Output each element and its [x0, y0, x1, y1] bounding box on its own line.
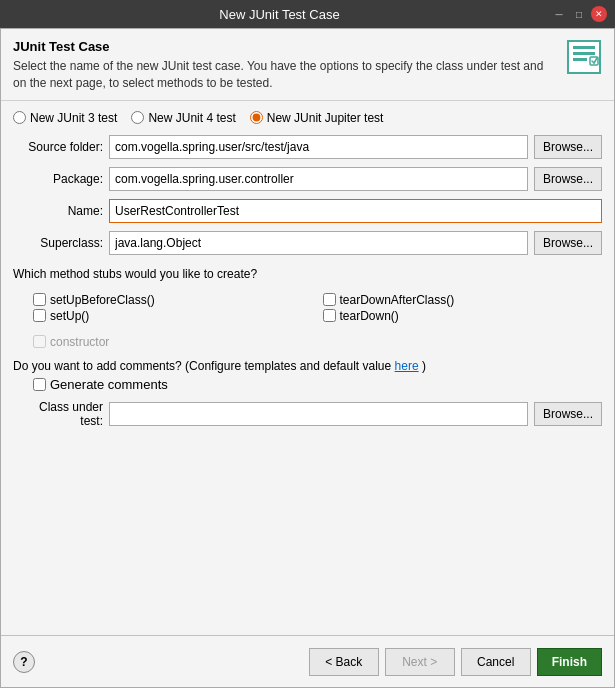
method-stubs-label: Which method stubs would you like to cre… — [13, 267, 602, 281]
tear-down-after-class-checkbox[interactable] — [323, 293, 336, 306]
source-folder-browse-button[interactable]: Browse... — [534, 135, 602, 159]
source-folder-input[interactable] — [109, 135, 528, 159]
junit-icon — [566, 39, 602, 75]
junit4-radio[interactable] — [131, 111, 144, 124]
next-button[interactable]: Next > — [385, 648, 455, 676]
minimize-button[interactable]: ─ — [551, 6, 567, 22]
dialog-footer: ? < Back Next > Cancel Finish — [1, 635, 614, 687]
dialog-header-icon — [566, 39, 602, 75]
footer-left: ? — [13, 651, 35, 673]
constructor-checkbox[interactable] — [33, 335, 46, 348]
class-under-test-browse-button[interactable]: Browse... — [534, 402, 602, 426]
comments-section: Do you want to add comments? (Configure … — [13, 359, 602, 392]
comments-desc-text: Do you want to add comments? (Configure … — [13, 359, 391, 373]
class-under-test-label: Class under test: — [13, 400, 103, 428]
setup-option[interactable]: setUp() — [33, 309, 313, 323]
jupiter-label: New JUnit Jupiter test — [267, 111, 384, 125]
name-input[interactable] — [109, 199, 602, 223]
dialog-header-title: JUnit Test Case — [13, 39, 554, 54]
class-under-test-row: Class under test: Browse... — [13, 400, 602, 428]
setup-checkbox[interactable] — [33, 309, 46, 322]
constructor-label: constructor — [50, 335, 109, 349]
close-button[interactable]: ✕ — [591, 6, 607, 22]
source-folder-label: Source folder: — [13, 140, 103, 154]
junit3-label: New JUnit 3 test — [30, 111, 117, 125]
help-button[interactable]: ? — [13, 651, 35, 673]
jupiter-radio-option[interactable]: New JUnit Jupiter test — [250, 111, 384, 125]
generate-comments-label: Generate comments — [50, 377, 168, 392]
package-browse-button[interactable]: Browse... — [534, 167, 602, 191]
source-folder-row: Source folder: Browse... — [13, 135, 602, 159]
setup-label: setUp() — [50, 309, 89, 323]
superclass-label: Superclass: — [13, 236, 103, 250]
comments-desc: Do you want to add comments? (Configure … — [13, 359, 602, 373]
dialog-header: JUnit Test Case Select the name of the n… — [1, 29, 614, 101]
constructor-row: constructor — [33, 335, 602, 349]
junit3-radio-option[interactable]: New JUnit 3 test — [13, 111, 117, 125]
dialog-title: New JUnit Test Case — [8, 7, 551, 22]
package-input[interactable] — [109, 167, 528, 191]
superclass-input[interactable] — [109, 231, 528, 255]
package-label: Package: — [13, 172, 103, 186]
generate-row[interactable]: Generate comments — [33, 377, 602, 392]
generate-comments-checkbox[interactable] — [33, 378, 46, 391]
tear-down-after-class-label: tearDownAfterClass() — [340, 293, 455, 307]
finish-button[interactable]: Finish — [537, 648, 602, 676]
package-row: Package: Browse... — [13, 167, 602, 191]
name-label: Name: — [13, 204, 103, 218]
jupiter-radio[interactable] — [250, 111, 263, 124]
setup-before-class-label: setUpBeforeClass() — [50, 293, 155, 307]
method-stubs-grid: setUpBeforeClass() tearDownAfterClass() … — [33, 293, 602, 323]
cancel-button[interactable]: Cancel — [461, 648, 531, 676]
dialog-header-desc: Select the name of the new JUnit test ca… — [13, 58, 554, 92]
class-under-test-input[interactable] — [109, 402, 528, 426]
dialog-header-text: JUnit Test Case Select the name of the n… — [13, 39, 554, 92]
restore-button[interactable]: □ — [571, 6, 587, 22]
title-bar-controls: ─ □ ✕ — [551, 6, 607, 22]
dialog-body: New JUnit 3 test New JUnit 4 test New JU… — [1, 101, 614, 635]
tear-down-after-class-option[interactable]: tearDownAfterClass() — [323, 293, 603, 307]
back-button[interactable]: < Back — [309, 648, 379, 676]
junit3-radio[interactable] — [13, 111, 26, 124]
dialog: JUnit Test Case Select the name of the n… — [0, 28, 615, 688]
comments-here-link[interactable]: here — [395, 359, 419, 373]
superclass-browse-button[interactable]: Browse... — [534, 231, 602, 255]
junit-version-radio-group: New JUnit 3 test New JUnit 4 test New JU… — [13, 111, 602, 125]
svg-rect-3 — [573, 58, 587, 61]
tear-down-option[interactable]: tearDown() — [323, 309, 603, 323]
superclass-row: Superclass: Browse... — [13, 231, 602, 255]
junit4-radio-option[interactable]: New JUnit 4 test — [131, 111, 235, 125]
svg-rect-2 — [573, 52, 595, 55]
footer-right: < Back Next > Cancel Finish — [309, 648, 602, 676]
title-bar: New JUnit Test Case ─ □ ✕ — [0, 0, 615, 28]
tear-down-label: tearDown() — [340, 309, 399, 323]
tear-down-checkbox[interactable] — [323, 309, 336, 322]
svg-rect-1 — [573, 46, 595, 49]
name-row: Name: — [13, 199, 602, 223]
setup-before-class-checkbox[interactable] — [33, 293, 46, 306]
setup-before-class-option[interactable]: setUpBeforeClass() — [33, 293, 313, 307]
comments-desc-end: ) — [422, 359, 426, 373]
junit4-label: New JUnit 4 test — [148, 111, 235, 125]
